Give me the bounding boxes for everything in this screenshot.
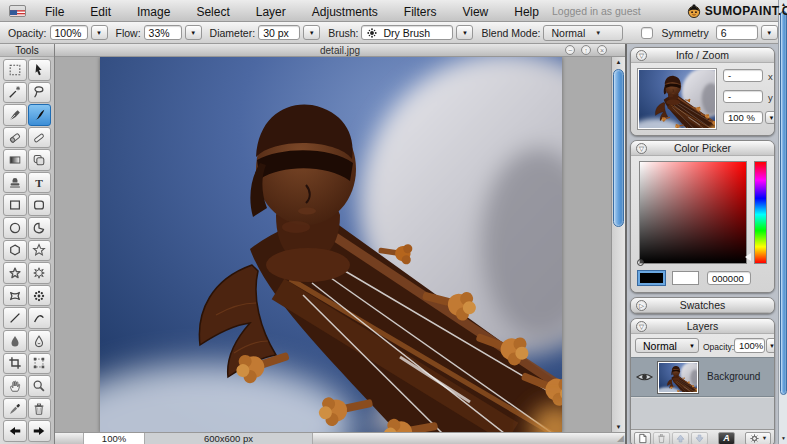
app-vertical-scrollbar[interactable]: ▲ ▼: [778, 0, 787, 444]
layer-visibility-eye-icon[interactable]: [636, 371, 653, 383]
layer-opacity-field[interactable]: 100%: [734, 338, 765, 353]
status-zoom[interactable]: 100%: [83, 433, 145, 444]
scroll-down-icon[interactable]: ▼: [779, 434, 787, 443]
symmetry-label: Symmetry: [661, 27, 708, 39]
layer-opacity-label: Opacity:: [703, 342, 734, 352]
foreground-color-swatch[interactable]: [638, 271, 665, 285]
opacity-field[interactable]: 100%: [50, 25, 88, 40]
value-slider-marker[interactable]: [745, 253, 751, 261]
tool-crop[interactable]: [3, 353, 27, 375]
background-color-swatch[interactable]: [672, 271, 699, 285]
tool-text[interactable]: T: [28, 172, 52, 194]
layer-blend-mode-select[interactable]: Normal ▼: [635, 338, 699, 353]
hex-color-field[interactable]: 000000: [707, 271, 751, 285]
tool-trash[interactable]: [28, 398, 52, 420]
layer-settings-button[interactable]: ▼: [745, 432, 771, 444]
flow-dropdown-button[interactable]: ▼: [185, 25, 202, 40]
diameter-dropdown-button[interactable]: ▼: [303, 25, 320, 40]
tool-rounded-rect[interactable]: [28, 194, 52, 216]
tool-brush[interactable]: [28, 104, 52, 126]
tool-rounded-star[interactable]: [3, 262, 27, 284]
menu-adjustments[interactable]: Adjustments: [299, 5, 391, 19]
tool-zoom[interactable]: [28, 375, 52, 397]
tool-eyedropper[interactable]: [3, 398, 27, 420]
canvas-image[interactable]: [100, 57, 562, 432]
layers-toolbar: A ▼: [631, 429, 774, 444]
document-title[interactable]: detail.jpg: [55, 44, 625, 57]
tool-prev-arrow[interactable]: [3, 420, 27, 442]
tool-pen[interactable]: [3, 104, 27, 126]
menu-image[interactable]: Image: [124, 5, 183, 19]
flow-field[interactable]: 33%: [144, 25, 182, 40]
tool-lasso[interactable]: [28, 82, 52, 104]
delete-layer-button[interactable]: [653, 432, 670, 444]
tool-hand[interactable]: [3, 375, 27, 397]
tool-stamp[interactable]: [3, 172, 27, 194]
saturation-value-square[interactable]: [639, 161, 747, 264]
tool-curve[interactable]: [28, 307, 52, 329]
tool-chalk[interactable]: [28, 127, 52, 149]
layer-row[interactable]: Background: [631, 357, 774, 397]
tool-smudge[interactable]: [28, 330, 52, 352]
tool-line[interactable]: [3, 307, 27, 329]
tool-gradient[interactable]: [3, 149, 27, 171]
menu-file[interactable]: File: [32, 5, 77, 19]
tool-rect-select[interactable]: [3, 59, 27, 81]
maximize-icon[interactable]: ↑: [581, 45, 591, 55]
brush-dropdown-button[interactable]: ▼: [456, 25, 473, 40]
brush-preset-splat-icon: [366, 27, 378, 39]
symmetry-field[interactable]: 6: [716, 25, 758, 40]
menu-view[interactable]: View: [449, 5, 501, 19]
zoom-level-field[interactable]: 100 %: [723, 111, 763, 124]
tool-ellipse[interactable]: [3, 217, 27, 239]
new-layer-button[interactable]: [634, 432, 651, 444]
menu-select[interactable]: Select: [183, 5, 242, 19]
canvas-scroll-thumb[interactable]: [613, 69, 624, 227]
tool-eraser[interactable]: [3, 127, 27, 149]
collapse-panel-icon[interactable]: ▽: [636, 50, 647, 61]
collapse-panel-icon[interactable]: ▽: [636, 321, 647, 332]
resize-grip-icon[interactable]: ◢: [617, 433, 624, 444]
move-layer-up-button[interactable]: [672, 432, 689, 444]
tool-blur[interactable]: [3, 330, 27, 352]
tool-move[interactable]: [28, 59, 52, 81]
diameter-field[interactable]: 30 px: [258, 25, 300, 40]
opacity-dropdown-button[interactable]: ▼: [91, 25, 108, 40]
tool-kaleidoscope[interactable]: [28, 285, 52, 307]
brush-preset-field[interactable]: Dry Brush: [361, 25, 453, 40]
menu-filters[interactable]: Filters: [391, 5, 450, 19]
scroll-up-icon[interactable]: ▲: [612, 57, 625, 67]
language-flag-icon[interactable]: [9, 5, 26, 17]
navigator-thumbnail[interactable]: [637, 68, 717, 130]
blend-mode-select[interactable]: Normal ▼: [543, 25, 623, 41]
minimize-icon[interactable]: −: [565, 45, 575, 55]
hue-slider[interactable]: [754, 161, 767, 264]
tool-rectangle[interactable]: [3, 194, 27, 216]
tool-splat-star[interactable]: [28, 262, 52, 284]
layer-opacity-dropdown-button[interactable]: ▼: [766, 338, 775, 353]
menu-help[interactable]: Help: [501, 5, 552, 19]
zoom-dropdown-button[interactable]: ▼: [765, 111, 775, 124]
color-position-marker[interactable]: [637, 259, 644, 266]
tool-custom-shape[interactable]: [3, 285, 27, 307]
symmetry-dropdown-button[interactable]: ▼: [761, 25, 778, 40]
tool-magic-wand[interactable]: [3, 82, 27, 104]
expand-panel-icon[interactable]: ▷: [636, 300, 647, 311]
menu-edit[interactable]: Edit: [77, 5, 124, 19]
tool-clone[interactable]: [28, 149, 52, 171]
tool-star[interactable]: [28, 240, 52, 262]
tool-frame[interactable]: [28, 353, 52, 375]
brand[interactable]: SUMOPAINT.COM: [687, 4, 787, 18]
app-scroll-thumb[interactable]: [780, 11, 787, 395]
move-layer-down-button[interactable]: [691, 432, 708, 444]
tool-pie[interactable]: [28, 217, 52, 239]
menu-layer[interactable]: Layer: [243, 5, 299, 19]
canvas-vertical-scrollbar[interactable]: ▲ ▼: [611, 57, 625, 432]
collapse-panel-icon[interactable]: ▽: [636, 143, 647, 154]
scroll-down-icon[interactable]: ▼: [612, 422, 625, 432]
tool-polygon[interactable]: [3, 240, 27, 262]
symmetry-checkbox[interactable]: [641, 27, 653, 39]
layer-effects-button[interactable]: A: [718, 432, 735, 444]
tool-next-arrow[interactable]: [28, 420, 52, 442]
close-icon[interactable]: ×: [597, 45, 607, 55]
